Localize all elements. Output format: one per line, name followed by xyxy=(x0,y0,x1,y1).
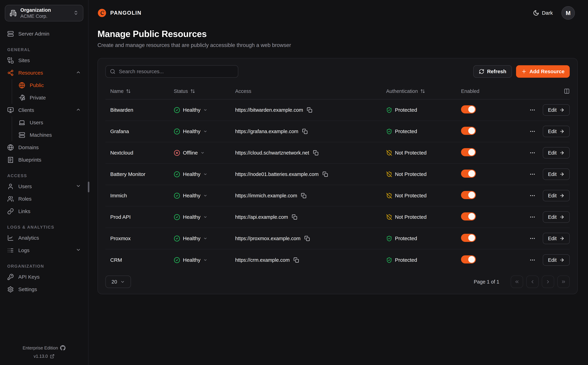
avatar[interactable]: M xyxy=(561,6,575,20)
sidebar-item-roles[interactable]: Roles xyxy=(5,193,83,205)
edit-button[interactable]: Edit xyxy=(543,147,570,159)
org-selector[interactable]: Organization ACME Corp. xyxy=(5,5,83,21)
row-menu-button[interactable] xyxy=(529,171,536,177)
page-size-select[interactable]: 20 xyxy=(105,276,131,288)
first-page-button[interactable] xyxy=(511,276,523,288)
status-dropdown[interactable]: Healthy xyxy=(174,128,230,135)
add-resource-button[interactable]: Add Resource xyxy=(516,65,570,78)
copy-url-button[interactable] xyxy=(322,171,328,177)
sidebar-item-settings[interactable]: Settings xyxy=(5,283,83,295)
edit-button[interactable]: Edit xyxy=(543,254,570,266)
sidebar-item-server-admin[interactable]: Server Admin xyxy=(5,28,83,40)
row-menu-button[interactable] xyxy=(529,128,536,134)
shield-check-icon xyxy=(386,257,392,263)
sidebar-item-logs[interactable]: Logs xyxy=(5,244,83,257)
ellipsis-icon xyxy=(529,257,536,263)
copy-url-button[interactable] xyxy=(292,214,297,220)
sidebar-item-api-keys[interactable]: API Keys xyxy=(5,271,83,283)
auth-status: Protected xyxy=(395,128,417,134)
chevron-right-icon xyxy=(545,279,551,284)
page-subtitle: Create and manage resources that are pub… xyxy=(97,42,579,48)
chevron-down-icon xyxy=(203,215,207,219)
resource-url: https://proxmox.example.com xyxy=(235,236,301,241)
shield-off-icon xyxy=(386,171,392,177)
column-settings-button[interactable] xyxy=(564,88,570,94)
copy-icon xyxy=(313,150,319,155)
edit-button[interactable]: Edit xyxy=(543,211,570,223)
arrow-right-icon xyxy=(559,193,565,198)
enabled-toggle[interactable] xyxy=(461,234,476,242)
chevron-down-icon xyxy=(203,108,207,112)
copy-url-button[interactable] xyxy=(304,236,310,241)
status-dropdown[interactable]: Healthy xyxy=(174,192,230,199)
sort-status-header[interactable]: Status xyxy=(174,88,195,94)
sidebar-item-domains[interactable]: Domains xyxy=(5,141,83,154)
sidebar-item-client-users[interactable]: Users xyxy=(12,116,83,129)
access-header: Access xyxy=(235,88,251,94)
enabled-toggle[interactable] xyxy=(461,191,476,199)
next-page-button[interactable] xyxy=(542,276,554,288)
chevron-down-icon xyxy=(200,151,205,155)
sort-name-header[interactable]: Name xyxy=(110,88,131,94)
sidebar-item-users[interactable]: Users xyxy=(5,180,83,193)
copy-url-button[interactable] xyxy=(307,107,312,113)
enabled-toggle[interactable] xyxy=(461,169,476,178)
copy-url-button[interactable] xyxy=(313,150,319,155)
status-dropdown[interactable]: Offline xyxy=(174,150,230,156)
topbar: PANGOLIN Dark M xyxy=(89,0,588,26)
chevron-down-icon xyxy=(203,194,207,198)
sidebar-item-blueprints[interactable]: Blueprints xyxy=(5,154,83,166)
edit-button[interactable]: Edit xyxy=(543,104,570,116)
prev-page-button[interactable] xyxy=(526,276,539,288)
sort-authentication-header[interactable]: Authentication xyxy=(386,88,425,94)
sidebar-item-links[interactable]: Links xyxy=(5,205,83,218)
enabled-toggle[interactable] xyxy=(461,127,476,135)
shield-check-icon xyxy=(386,236,392,242)
sidebar-item-sites[interactable]: Sites xyxy=(5,54,83,67)
last-page-button[interactable] xyxy=(557,276,570,288)
sidebar-item-private[interactable]: Private xyxy=(12,91,83,104)
enabled-toggle[interactable] xyxy=(461,255,476,263)
resource-url: https://crm.example.com xyxy=(235,257,290,263)
theme-toggle[interactable]: Dark xyxy=(532,10,554,16)
row-menu-button[interactable] xyxy=(529,192,536,199)
refresh-button[interactable]: Refresh xyxy=(473,65,512,78)
row-menu-button[interactable] xyxy=(529,150,536,156)
row-menu-button[interactable] xyxy=(529,257,536,263)
sidebar-item-public[interactable]: Public xyxy=(12,79,83,91)
edit-button[interactable]: Edit xyxy=(543,168,570,180)
edit-button[interactable]: Edit xyxy=(543,126,570,137)
sidebar-item-machines[interactable]: Machines xyxy=(12,129,83,141)
chevron-down-icon xyxy=(76,183,81,190)
version-row[interactable]: v1.13.0 xyxy=(0,354,88,359)
status-dropdown[interactable]: Healthy xyxy=(174,257,230,263)
enabled-toggle[interactable] xyxy=(461,148,476,156)
row-menu-button[interactable] xyxy=(529,107,536,113)
sidebar-item-analytics[interactable]: Analytics xyxy=(5,232,83,244)
table-row: CRM Healthy xyxy=(105,249,570,271)
edit-button[interactable]: Edit xyxy=(543,233,570,244)
sidebar-item-clients[interactable]: Clients xyxy=(5,104,83,116)
enabled-toggle[interactable] xyxy=(461,105,476,113)
edit-button[interactable]: Edit xyxy=(543,190,570,201)
copy-url-button[interactable] xyxy=(294,257,299,263)
status-dropdown[interactable]: Healthy xyxy=(174,214,230,220)
copy-url-button[interactable] xyxy=(301,193,307,198)
table-body: Bitwarden Healthy xyxy=(105,99,570,271)
resource-name: Nextcloud xyxy=(105,150,170,156)
copy-url-button[interactable] xyxy=(302,129,308,134)
edition-row[interactable]: Enterprise Edition xyxy=(0,345,88,351)
copy-icon xyxy=(292,214,297,220)
brand-logo[interactable]: PANGOLIN xyxy=(97,8,142,17)
circle-check-icon xyxy=(174,107,180,113)
enabled-toggle[interactable] xyxy=(461,212,476,220)
row-menu-button[interactable] xyxy=(529,235,536,242)
status-dropdown[interactable]: Healthy xyxy=(174,235,230,242)
sidebar-item-resources[interactable]: Resources xyxy=(5,67,83,79)
shield-check-icon xyxy=(386,107,392,113)
sidebar-resize-handle[interactable] xyxy=(88,182,89,192)
search-input[interactable] xyxy=(118,68,234,75)
row-menu-button[interactable] xyxy=(529,214,536,220)
status-dropdown[interactable]: Healthy xyxy=(174,107,230,113)
status-dropdown[interactable]: Healthy xyxy=(174,171,230,177)
